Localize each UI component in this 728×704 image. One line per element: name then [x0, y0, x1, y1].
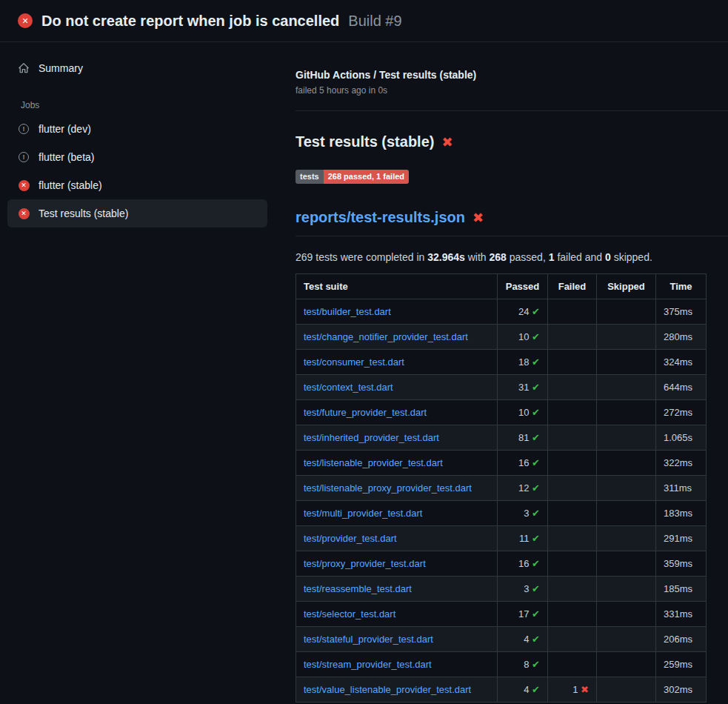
- time-cell: 272ms: [656, 400, 707, 425]
- skipped-cell: [597, 677, 656, 703]
- sidebar-item-label: flutter (stable): [39, 179, 102, 191]
- test-suite-link[interactable]: test/value_listenable_provider_test.dart: [304, 684, 471, 695]
- table-header-row: Test suite Passed Failed Skipped Time: [296, 274, 707, 299]
- sidebar-item-flutter-dev[interactable]: ! flutter (dev): [7, 115, 267, 143]
- passed-count: 10: [518, 331, 529, 342]
- check-icon: ✔: [532, 659, 540, 670]
- summary-text: failed and: [555, 251, 606, 263]
- table-row: test/value_listenable_provider_test.dart…: [296, 677, 707, 703]
- passed-cell: 17 ✔: [498, 602, 548, 627]
- failed-cell: [548, 299, 597, 325]
- skipped-cell: [597, 526, 656, 551]
- suite-cell: test/consumer_test.dart: [296, 350, 498, 375]
- test-suite-link[interactable]: test/proxy_provider_test.dart: [304, 558, 426, 569]
- section-title-text: Test results (stable): [295, 133, 434, 150]
- summary-text: 269 tests were completed in: [295, 251, 427, 263]
- sidebar: Summary Jobs ! flutter (dev) ! flutter (…: [0, 42, 278, 704]
- failed-status-icon: ✕: [18, 180, 30, 191]
- passed-cell: 3 ✔: [498, 501, 548, 526]
- skipped-cell: [597, 400, 656, 425]
- sidebar-item-summary[interactable]: Summary: [7, 54, 267, 82]
- passed-cell: 24 ✔: [498, 299, 548, 325]
- table-row: test/stateful_provider_test.dart4 ✔206ms: [296, 627, 707, 652]
- failed-cell: [548, 526, 597, 551]
- skipped-cell: [597, 299, 656, 325]
- passed-cell: 31 ✔: [498, 375, 548, 400]
- test-suite-link[interactable]: test/builder_test.dart: [304, 306, 391, 317]
- check-icon: ✔: [532, 306, 540, 317]
- column-header-failed: Failed: [548, 274, 597, 299]
- sidebar-item-label: Summary: [39, 62, 83, 74]
- summary-skipped-count: 0: [605, 251, 611, 263]
- check-icon: ✔: [532, 407, 540, 418]
- table-row: test/selector_test.dart17 ✔331ms: [296, 602, 707, 627]
- column-header-time: Time: [656, 274, 707, 299]
- test-suite-link[interactable]: test/reassemble_test.dart: [304, 583, 412, 594]
- failed-cell: 1 ✖: [548, 677, 597, 703]
- check-icon: ✔: [532, 482, 540, 494]
- test-suite-link[interactable]: test/stateful_provider_test.dart: [304, 634, 433, 645]
- sidebar-item-label: flutter (dev): [39, 123, 91, 135]
- table-row: test/listenable_proxy_provider_test.dart…: [296, 476, 707, 501]
- time-cell: 644ms: [656, 375, 707, 400]
- failed-cell: [548, 451, 597, 476]
- check-icon: ✔: [532, 684, 540, 695]
- passed-count: 24: [518, 306, 529, 317]
- failed-cell: [548, 577, 597, 602]
- passed-cell: 10 ✔: [498, 325, 548, 350]
- sidebar-item-flutter-beta[interactable]: ! flutter (beta): [7, 143, 267, 171]
- skipped-cell: [597, 325, 656, 350]
- test-suite-link[interactable]: test/selector_test.dart: [304, 608, 395, 620]
- report-file-link[interactable]: reports/test-results.json: [295, 209, 465, 226]
- suite-cell: test/listenable_proxy_provider_test.dart: [296, 476, 498, 501]
- table-row: test/inherited_provider_test.dart81 ✔1.0…: [296, 425, 707, 451]
- test-suite-link[interactable]: test/change_notifier_provider_test.dart: [304, 331, 468, 342]
- column-header-test-suite: Test suite: [296, 274, 498, 299]
- test-suite-link[interactable]: test/provider_test.dart: [304, 533, 397, 544]
- test-suite-link[interactable]: test/stream_provider_test.dart: [304, 659, 432, 670]
- check-icon: ✔: [532, 356, 540, 368]
- divider: [295, 236, 728, 236]
- time-cell: 259ms: [656, 652, 707, 677]
- summary-duration: 32.964s: [427, 251, 465, 263]
- passed-cell: 16 ✔: [498, 551, 548, 577]
- passed-count: 16: [518, 457, 529, 468]
- suite-cell: test/proxy_provider_test.dart: [296, 551, 498, 577]
- failed-cell: [548, 350, 597, 375]
- table-row: test/reassemble_test.dart3 ✔185ms: [296, 577, 707, 602]
- failed-cell: [548, 652, 597, 677]
- warning-icon: !: [18, 124, 30, 134]
- suite-cell: test/multi_provider_test.dart: [296, 501, 498, 526]
- test-suite-link[interactable]: test/multi_provider_test.dart: [304, 508, 422, 519]
- summary-passed-count: 268: [490, 251, 507, 263]
- skipped-cell: [597, 627, 656, 652]
- column-header-skipped: Skipped: [597, 274, 656, 299]
- sidebar-item-test-results-stable[interactable]: ✕ Test results (stable): [7, 199, 267, 228]
- check-icon: ✔: [532, 583, 540, 594]
- passed-count: 81: [518, 432, 529, 443]
- suite-cell: test/value_listenable_provider_test.dart: [296, 677, 498, 703]
- suite-cell: test/stateful_provider_test.dart: [296, 627, 498, 652]
- column-header-passed: Passed: [498, 274, 548, 299]
- passed-count: 11: [519, 533, 530, 544]
- passed-cell: 81 ✔: [498, 425, 548, 451]
- table-row: test/change_notifier_provider_test.dart1…: [296, 325, 707, 350]
- badge-value: 268 passed, 1 failed: [324, 170, 409, 184]
- suite-cell: test/stream_provider_test.dart: [296, 652, 498, 677]
- passed-cell: 3 ✔: [498, 577, 548, 602]
- test-suite-link[interactable]: test/listenable_proxy_provider_test.dart: [304, 482, 472, 494]
- skipped-cell: [597, 425, 656, 451]
- test-suite-link[interactable]: test/future_provider_test.dart: [304, 407, 427, 418]
- test-suite-link[interactable]: test/inherited_provider_test.dart: [304, 432, 439, 443]
- time-cell: 322ms: [656, 451, 707, 476]
- test-suite-link[interactable]: test/context_test.dart: [304, 382, 393, 393]
- summary-text: with: [465, 251, 490, 263]
- main-content: GitHub Actions / Test results (stable) f…: [278, 42, 728, 704]
- suite-cell: test/inherited_provider_test.dart: [296, 425, 498, 451]
- sidebar-item-flutter-stable[interactable]: ✕ flutter (stable): [7, 171, 267, 199]
- section-title: Test results (stable) ✖: [295, 133, 728, 150]
- tests-badge: tests 268 passed, 1 failed: [295, 170, 409, 184]
- test-suite-link[interactable]: test/listenable_provider_test.dart: [304, 457, 443, 468]
- build-number: Build #9: [348, 13, 401, 30]
- test-suite-link[interactable]: test/consumer_test.dart: [304, 356, 404, 368]
